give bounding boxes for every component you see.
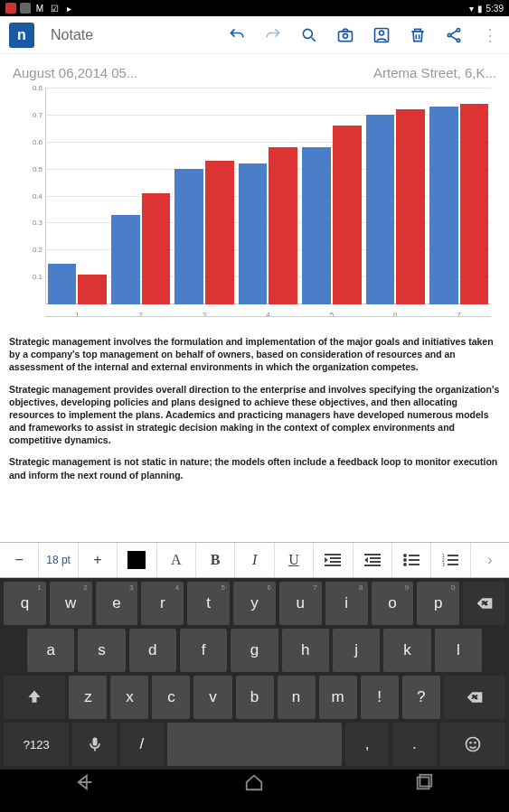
overflow-menu-button[interactable]: ⋮: [480, 25, 500, 45]
android-nav-bar: [0, 770, 509, 798]
format-toolbar: − 18 pt + A B I U 123 ›: [0, 542, 509, 578]
key-e[interactable]: e3: [96, 582, 138, 625]
undo-button[interactable]: [227, 25, 247, 45]
bar-blue: [174, 169, 203, 304]
bar-red: [396, 109, 425, 304]
delete-button[interactable]: [408, 25, 428, 45]
decrease-font-button[interactable]: −: [0, 543, 39, 577]
home-button[interactable]: [244, 772, 264, 796]
comma-key[interactable]: ,: [345, 723, 389, 766]
key-?[interactable]: ?: [402, 676, 440, 719]
key-q[interactable]: q1: [4, 582, 46, 625]
key-z[interactable]: z: [69, 676, 107, 719]
key-b[interactable]: b: [236, 676, 274, 719]
svg-point-4: [380, 31, 384, 35]
bar-blue: [429, 107, 458, 304]
bar-blue: [239, 163, 268, 304]
note-content[interactable]: August 06,2014 05... Artema Street, 6,K.…: [0, 54, 509, 542]
key-p[interactable]: p0: [417, 582, 459, 625]
shift-key[interactable]: [4, 676, 65, 719]
bullet-list-button[interactable]: [392, 543, 431, 577]
note-body[interactable]: Strategic management involves the formul…: [0, 331, 509, 494]
backspace-key[interactable]: [463, 582, 505, 625]
key-l[interactable]: l: [435, 629, 482, 672]
battery-icon: ▮: [477, 4, 483, 14]
bar-blue: [366, 115, 395, 304]
share-button[interactable]: [444, 25, 464, 45]
bar-red: [205, 161, 234, 304]
svg-point-20: [466, 738, 479, 751]
mic-key[interactable]: [72, 723, 116, 766]
key-a[interactable]: a: [27, 629, 74, 672]
key-s[interactable]: s: [78, 629, 125, 672]
svg-rect-9: [409, 555, 419, 556]
key-j[interactable]: j: [333, 629, 380, 672]
bar-group: 2: [108, 193, 172, 304]
redo-button[interactable]: [263, 25, 283, 45]
camera-button[interactable]: [335, 25, 355, 45]
key-d[interactable]: d: [129, 629, 176, 672]
key-h[interactable]: h: [282, 629, 329, 672]
key-g[interactable]: g: [231, 629, 278, 672]
font-family-button[interactable]: A: [157, 543, 196, 577]
period-key[interactable]: .: [392, 723, 436, 766]
key-t[interactable]: t5: [187, 582, 230, 625]
search-button[interactable]: [299, 25, 319, 45]
numbered-list-button[interactable]: 123: [431, 543, 470, 577]
key-r[interactable]: r4: [141, 582, 184, 625]
key-f[interactable]: f: [180, 629, 227, 672]
italic-button[interactable]: I: [235, 543, 274, 577]
font-size-display[interactable]: 18 pt: [39, 543, 78, 577]
bar-group: 5: [300, 126, 363, 304]
backspace-key[interactable]: [444, 676, 505, 719]
indent-button[interactable]: [353, 543, 392, 577]
person-button[interactable]: [372, 25, 391, 45]
soft-keyboard: q1w2e3r4t5y6u7i8o9p0 asdfghjkl zxcvbnm!?…: [0, 578, 509, 770]
note-date: August 06,2014 05...: [13, 65, 137, 80]
notification-icon: [5, 3, 16, 14]
svg-point-8: [403, 554, 407, 557]
paragraph: Strategic management is not static in na…: [9, 455, 500, 481]
slash-key[interactable]: /: [120, 723, 164, 766]
key-m[interactable]: m: [319, 676, 357, 719]
key-n[interactable]: n: [278, 676, 316, 719]
svg-rect-1: [339, 31, 353, 41]
color-swatch-button[interactable]: [118, 543, 156, 577]
clock: 5:39: [486, 4, 504, 14]
key-x[interactable]: x: [110, 676, 148, 719]
key-v[interactable]: v: [193, 676, 231, 719]
recents-button[interactable]: [414, 772, 434, 796]
toolbar-more-button[interactable]: ›: [471, 543, 509, 577]
key-![interactable]: !: [361, 676, 399, 719]
bar-blue: [48, 264, 77, 304]
wifi-icon: ▾: [469, 4, 474, 14]
back-button[interactable]: [75, 772, 95, 796]
app-logo-icon[interactable]: n: [9, 23, 34, 48]
bar-group: 6: [363, 109, 427, 304]
bar-red: [460, 104, 489, 304]
svg-point-12: [403, 563, 407, 566]
chart: 0.10.20.30.40.50.60.70.81234567: [0, 88, 509, 331]
key-k[interactable]: k: [383, 629, 430, 672]
paragraph: Strategic management involves the formul…: [9, 335, 500, 374]
key-w[interactable]: w2: [50, 582, 92, 625]
underline-button[interactable]: U: [275, 543, 314, 577]
bar-group: 3: [173, 161, 236, 304]
bar-group: 4: [236, 147, 299, 304]
key-y[interactable]: y6: [233, 582, 276, 625]
outdent-button[interactable]: [314, 543, 353, 577]
svg-point-7: [457, 39, 459, 42]
key-i[interactable]: i8: [325, 582, 368, 625]
emoji-key[interactable]: [440, 723, 505, 766]
svg-text:3: 3: [442, 562, 445, 566]
symbols-key[interactable]: ?123: [4, 723, 69, 766]
key-c[interactable]: c: [152, 676, 190, 719]
key-u[interactable]: u7: [279, 582, 322, 625]
android-status-bar: M ☑ ▸ ▾ ▮ 5:39: [0, 0, 509, 16]
bold-button[interactable]: B: [196, 543, 235, 577]
space-key[interactable]: [167, 723, 342, 766]
increase-font-button[interactable]: +: [79, 543, 118, 577]
bar-blue: [302, 147, 331, 304]
key-o[interactable]: o9: [372, 582, 414, 625]
checkbox-icon: ☑: [49, 3, 60, 14]
